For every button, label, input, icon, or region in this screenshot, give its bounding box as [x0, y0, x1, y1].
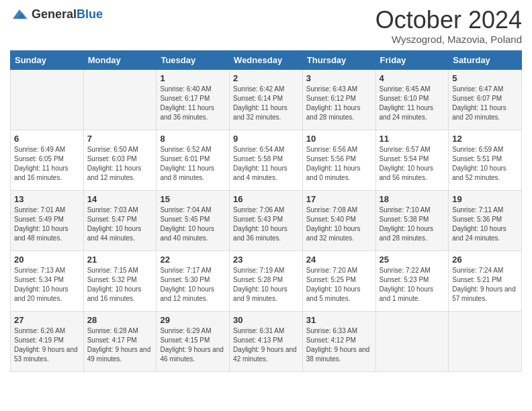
month-title: October 2024: [375, 7, 522, 34]
week-row-4: 20Sunrise: 7:13 AM Sunset: 5:34 PM Dayli…: [11, 250, 522, 311]
day-number: 4: [380, 73, 445, 83]
day-number: 3: [306, 73, 372, 83]
col-monday: Monday: [83, 50, 157, 69]
col-tuesday: Tuesday: [157, 50, 230, 69]
day-info: Sunrise: 6:40 AM Sunset: 6:17 PM Dayligh…: [160, 85, 226, 122]
logo-icon: [10, 7, 29, 21]
day-number: 17: [306, 194, 372, 204]
day-number: 30: [233, 315, 299, 325]
day-number: 25: [380, 255, 445, 265]
day-info: Sunrise: 7:20 AM Sunset: 5:25 PM Dayligh…: [306, 266, 372, 304]
day-info: Sunrise: 7:11 AM Sunset: 5:36 PM Dayligh…: [452, 205, 518, 243]
day-info: Sunrise: 6:26 AM Sunset: 4:19 PM Dayligh…: [14, 326, 80, 364]
logo: GeneralBlue: [10, 7, 103, 21]
day-number: 20: [14, 255, 80, 265]
day-number: 8: [160, 134, 226, 144]
day-number: 1: [160, 73, 226, 83]
day-info: Sunrise: 6:47 AM Sunset: 6:07 PM Dayligh…: [452, 85, 518, 122]
day-cell: 8Sunrise: 6:52 AM Sunset: 6:01 PM Daylig…: [157, 130, 230, 190]
day-info: Sunrise: 7:06 AM Sunset: 5:43 PM Dayligh…: [233, 205, 299, 243]
day-number: 24: [306, 255, 372, 265]
day-cell: 2Sunrise: 6:42 AM Sunset: 6:14 PM Daylig…: [230, 69, 303, 130]
day-number: 26: [452, 255, 518, 265]
day-number: 28: [87, 315, 153, 325]
day-number: 15: [160, 194, 226, 204]
week-row-5: 27Sunrise: 6:26 AM Sunset: 4:19 PM Dayli…: [11, 311, 522, 371]
day-cell: 21Sunrise: 7:15 AM Sunset: 5:32 PM Dayli…: [83, 250, 157, 311]
day-cell: 28Sunrise: 6:28 AM Sunset: 4:17 PM Dayli…: [83, 311, 157, 371]
day-info: Sunrise: 6:59 AM Sunset: 5:51 PM Dayligh…: [452, 145, 518, 183]
day-cell: 27Sunrise: 6:26 AM Sunset: 4:19 PM Dayli…: [11, 311, 84, 371]
day-number: 12: [452, 134, 518, 144]
day-cell: 19Sunrise: 7:11 AM Sunset: 5:36 PM Dayli…: [449, 190, 522, 250]
day-cell: 20Sunrise: 7:13 AM Sunset: 5:34 PM Dayli…: [11, 250, 84, 311]
day-number: 29: [160, 315, 226, 325]
day-cell: 5Sunrise: 6:47 AM Sunset: 6:07 PM Daylig…: [449, 69, 522, 130]
day-cell: 9Sunrise: 6:54 AM Sunset: 5:58 PM Daylig…: [230, 130, 303, 190]
day-number: 5: [452, 73, 518, 83]
col-sunday: Sunday: [11, 50, 84, 69]
day-cell: 7Sunrise: 6:50 AM Sunset: 6:03 PM Daylig…: [83, 130, 157, 190]
day-number: 2: [233, 73, 299, 83]
day-number: 22: [160, 255, 226, 265]
day-info: Sunrise: 6:52 AM Sunset: 6:01 PM Dayligh…: [160, 145, 226, 183]
day-number: 7: [87, 134, 153, 144]
day-info: Sunrise: 7:22 AM Sunset: 5:23 PM Dayligh…: [380, 266, 445, 304]
day-cell: [11, 69, 84, 130]
header-row: Sunday Monday Tuesday Wednesday Thursday…: [11, 50, 522, 69]
day-info: Sunrise: 6:28 AM Sunset: 4:17 PM Dayligh…: [87, 326, 153, 364]
day-cell: 14Sunrise: 7:03 AM Sunset: 5:47 PM Dayli…: [83, 190, 157, 250]
day-cell: 18Sunrise: 7:10 AM Sunset: 5:38 PM Dayli…: [375, 190, 449, 250]
calendar-table: Sunday Monday Tuesday Wednesday Thursday…: [10, 50, 522, 372]
day-cell: 3Sunrise: 6:43 AM Sunset: 6:12 PM Daylig…: [302, 69, 375, 130]
day-number: 13: [14, 194, 80, 204]
day-number: 9: [233, 134, 299, 144]
day-cell: 25Sunrise: 7:22 AM Sunset: 5:23 PM Dayli…: [375, 250, 449, 311]
day-number: 19: [452, 194, 518, 204]
day-info: Sunrise: 6:50 AM Sunset: 6:03 PM Dayligh…: [87, 145, 153, 183]
day-cell: 24Sunrise: 7:20 AM Sunset: 5:25 PM Dayli…: [302, 250, 375, 311]
day-info: Sunrise: 7:13 AM Sunset: 5:34 PM Dayligh…: [14, 266, 80, 304]
day-cell: 17Sunrise: 7:08 AM Sunset: 5:40 PM Dayli…: [302, 190, 375, 250]
col-saturday: Saturday: [449, 50, 522, 69]
day-info: Sunrise: 6:42 AM Sunset: 6:14 PM Dayligh…: [233, 85, 299, 122]
day-number: 27: [14, 315, 80, 325]
day-info: Sunrise: 7:01 AM Sunset: 5:49 PM Dayligh…: [14, 205, 80, 243]
day-number: 18: [380, 194, 445, 204]
day-number: 31: [306, 315, 372, 325]
page-header: GeneralBlue October 2024 Wyszogrod, Mazo…: [10, 7, 522, 45]
day-info: Sunrise: 7:03 AM Sunset: 5:47 PM Dayligh…: [87, 205, 153, 243]
day-cell: [375, 311, 449, 371]
day-info: Sunrise: 6:57 AM Sunset: 5:54 PM Dayligh…: [380, 145, 445, 183]
day-number: 6: [14, 134, 80, 144]
title-section: October 2024 Wyszogrod, Mazovia, Poland: [375, 7, 522, 45]
calendar-header: Sunday Monday Tuesday Wednesday Thursday…: [11, 50, 522, 69]
day-info: Sunrise: 6:56 AM Sunset: 5:56 PM Dayligh…: [306, 145, 372, 183]
day-cell: [449, 311, 522, 371]
day-cell: 26Sunrise: 7:24 AM Sunset: 5:21 PM Dayli…: [449, 250, 522, 311]
logo-general: General: [32, 7, 77, 21]
logo-text: GeneralBlue: [32, 7, 103, 21]
day-info: Sunrise: 6:33 AM Sunset: 4:12 PM Dayligh…: [306, 326, 372, 364]
day-number: 21: [87, 255, 153, 265]
day-info: Sunrise: 7:10 AM Sunset: 5:38 PM Dayligh…: [380, 205, 445, 243]
day-cell: 1Sunrise: 6:40 AM Sunset: 6:17 PM Daylig…: [157, 69, 230, 130]
col-wednesday: Wednesday: [230, 50, 303, 69]
day-info: Sunrise: 7:15 AM Sunset: 5:32 PM Dayligh…: [87, 266, 153, 304]
day-info: Sunrise: 6:31 AM Sunset: 4:13 PM Dayligh…: [233, 326, 299, 364]
day-cell: 31Sunrise: 6:33 AM Sunset: 4:12 PM Dayli…: [302, 311, 375, 371]
day-number: 11: [380, 134, 445, 144]
day-info: Sunrise: 6:49 AM Sunset: 6:05 PM Dayligh…: [14, 145, 80, 183]
day-cell: 15Sunrise: 7:04 AM Sunset: 5:45 PM Dayli…: [157, 190, 230, 250]
day-info: Sunrise: 7:04 AM Sunset: 5:45 PM Dayligh…: [160, 205, 226, 243]
day-info: Sunrise: 7:17 AM Sunset: 5:30 PM Dayligh…: [160, 266, 226, 304]
day-cell: 4Sunrise: 6:45 AM Sunset: 6:10 PM Daylig…: [375, 69, 449, 130]
day-cell: 10Sunrise: 6:56 AM Sunset: 5:56 PM Dayli…: [302, 130, 375, 190]
day-number: 10: [306, 134, 372, 144]
day-cell: 23Sunrise: 7:19 AM Sunset: 5:28 PM Dayli…: [230, 250, 303, 311]
day-info: Sunrise: 7:24 AM Sunset: 5:21 PM Dayligh…: [452, 266, 518, 304]
week-row-1: 1Sunrise: 6:40 AM Sunset: 6:17 PM Daylig…: [11, 69, 522, 130]
day-info: Sunrise: 7:19 AM Sunset: 5:28 PM Dayligh…: [233, 266, 299, 304]
calendar-body: 1Sunrise: 6:40 AM Sunset: 6:17 PM Daylig…: [11, 69, 522, 371]
location-title: Wyszogrod, Mazovia, Poland: [375, 34, 522, 45]
